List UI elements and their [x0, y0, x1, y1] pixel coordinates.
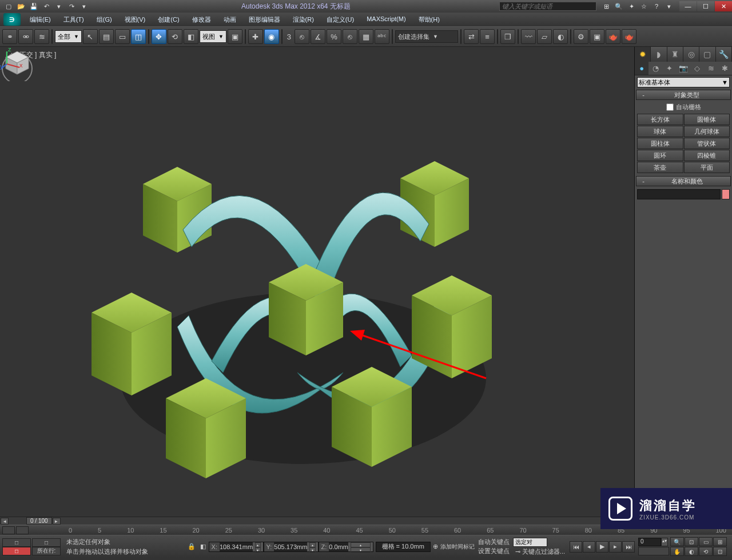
nav-fov-icon[interactable]: ▭ — [699, 537, 713, 546]
macro-rec2[interactable]: □ — [32, 538, 61, 547]
qat-save-icon[interactable]: 💾 — [29, 2, 39, 11]
window-crossing-icon[interactable]: ◫ — [131, 29, 146, 44]
tab-utilities[interactable]: 🔧 — [716, 47, 732, 62]
btn-cylinder[interactable]: 圆柱体 — [637, 138, 683, 149]
render-prod-icon[interactable]: 🫖 — [622, 29, 636, 44]
bind-icon[interactable]: ≋ — [34, 29, 49, 44]
autokey-button[interactable]: 自动关键点 — [478, 538, 510, 546]
comm-icon[interactable]: ✦ — [626, 2, 636, 11]
coord-x[interactable]: X:108.341mm▴▾ — [209, 542, 264, 552]
move-icon[interactable]: ✥ — [152, 29, 166, 44]
tab-hierarchy[interactable]: ♜ — [667, 47, 683, 62]
nav-zoomext-icon[interactable]: ⊞ — [713, 537, 727, 546]
btn-teapot[interactable]: 茶壶 — [637, 162, 683, 173]
rotate-icon[interactable]: ⟲ — [168, 29, 182, 44]
trackbar-curve-icon[interactable] — [2, 526, 15, 534]
tab-motion[interactable]: ◎ — [683, 47, 699, 62]
selection-filter[interactable]: 全部▼ — [55, 30, 82, 43]
menu-views[interactable]: 视图(V) — [119, 14, 152, 26]
qat-open-icon[interactable]: 📂 — [16, 2, 26, 11]
nav-zoomall-icon[interactable]: ⊡ — [685, 537, 698, 546]
favorite-icon[interactable]: ☆ — [639, 2, 649, 11]
menu-maxscript[interactable]: MAXScript(M) — [361, 14, 411, 26]
edged2-icon[interactable]: ᵃᵇᶜ — [375, 29, 389, 44]
select-icon[interactable]: ↖ — [83, 29, 98, 44]
angle-snap-icon[interactable]: ∡ — [311, 29, 325, 44]
btn-plane[interactable]: 平面 — [684, 162, 730, 173]
material-icon[interactable]: ◐ — [553, 29, 568, 44]
trackbar-filter-icon[interactable] — [16, 526, 29, 534]
rollout-name-color[interactable]: -名称和颜色 — [636, 176, 731, 186]
sub-geometry-icon[interactable]: ● — [635, 62, 649, 75]
curve-editor-icon[interactable]: 〰 — [521, 29, 536, 44]
menu-customize[interactable]: 自定义(U) — [321, 14, 360, 26]
maximize-button[interactable]: ☐ — [697, 1, 714, 11]
lock-icon[interactable]: 🔒 — [186, 542, 197, 552]
play-prev-icon[interactable]: ◂ — [583, 541, 595, 553]
render-setup-icon[interactable]: ⚙ — [574, 29, 588, 44]
qat-undo-icon[interactable]: ↶ — [41, 2, 51, 11]
key-filter[interactable]: 关键点过滤器... — [522, 547, 565, 556]
menu-help[interactable]: 帮助(H) — [413, 14, 445, 26]
spinner-snap-icon[interactable]: ⎋ — [343, 29, 357, 44]
key-selected[interactable]: 选定对 — [513, 538, 547, 547]
tab-modify[interactable]: ◗ — [651, 47, 667, 62]
sub-shapes-icon[interactable]: ◔ — [649, 62, 662, 75]
btn-geosphere[interactable]: 几何球体 — [684, 126, 730, 137]
minimize-button[interactable]: — — [679, 1, 697, 11]
menu-edit[interactable]: 编辑(E) — [24, 14, 57, 26]
btn-sphere[interactable]: 球体 — [637, 126, 683, 137]
btn-tube[interactable]: 管状体 — [684, 138, 730, 149]
app-menu-icon[interactable]: ∋ — [3, 13, 21, 26]
viewport[interactable]: [ + ] 正交 ] 真实 ] — [0, 47, 635, 517]
setkey-button[interactable]: 设置关键点 — [478, 547, 510, 555]
nav-max-icon[interactable]: ⊡ — [713, 547, 727, 556]
coord-z[interactable]: Z:0.0mm▴▾ — [319, 542, 373, 552]
qat-redo-icon[interactable]: ↷ — [66, 2, 77, 11]
menu-modifiers[interactable]: 修改器 — [186, 14, 217, 26]
play-start-icon[interactable]: ⏮ — [570, 541, 582, 553]
percent-snap-icon[interactable]: % — [327, 29, 341, 44]
curframe[interactable]: 0 — [638, 538, 661, 546]
search-icon[interactable]: 🔍 — [614, 2, 624, 11]
tab-create[interactable]: ✹ — [635, 47, 651, 62]
qat-dd2-icon[interactable]: ▾ — [79, 2, 89, 11]
nav-pan-icon[interactable]: ✋ — [670, 547, 684, 556]
link-icon[interactable]: ⚭ — [2, 29, 17, 44]
sub-lights-icon[interactable]: ✦ — [663, 62, 677, 75]
color-swatch[interactable] — [722, 189, 730, 199]
qat-dd1-icon[interactable]: ▾ — [54, 2, 64, 11]
snap-icon[interactable]: ⎋ — [295, 29, 309, 44]
manip-icon[interactable]: ✚ — [248, 29, 263, 44]
render-icon[interactable]: 🫖 — [606, 29, 620, 44]
unlink-icon[interactable]: ⚮ — [18, 29, 33, 44]
play-icon[interactable]: ▶ — [596, 541, 608, 553]
listener-button[interactable]: □ — [2, 547, 31, 555]
menu-grapheditors[interactable]: 图形编辑器 — [243, 14, 286, 26]
edged-icon[interactable]: ▦ — [359, 29, 373, 44]
help-dd-icon[interactable]: ▾ — [664, 2, 674, 11]
object-name-input[interactable] — [637, 189, 721, 199]
menu-animation[interactable]: 动画 — [218, 14, 242, 26]
addtime-icon[interactable]: ⊕ — [433, 543, 438, 550]
autogrid-checkbox[interactable] — [666, 103, 674, 111]
pivot-icon[interactable]: ▣ — [228, 29, 242, 44]
sub-systems-icon[interactable]: ✱ — [718, 62, 732, 75]
isolate-icon[interactable]: ◧ — [197, 542, 209, 552]
btn-torus[interactable]: 圆环 — [637, 150, 683, 161]
layers-icon[interactable]: ❐ — [500, 29, 515, 44]
menu-create[interactable]: 创建(C) — [152, 14, 185, 26]
select-rect-icon[interactable]: ▭ — [115, 29, 130, 44]
infocenter-icon[interactable]: ⊞ — [601, 2, 611, 11]
nav-zoom-icon[interactable]: 🔍 — [670, 537, 684, 546]
sub-cameras-icon[interactable]: 📷 — [677, 62, 690, 75]
btn-pyramid[interactable]: 四棱锥 — [684, 150, 730, 161]
nav-orbit-icon[interactable]: ⟲ — [699, 547, 713, 556]
align-icon[interactable]: ≡ — [480, 29, 495, 44]
menu-group[interactable]: 组(G) — [91, 14, 118, 26]
play-end-icon[interactable]: ⏭ — [622, 541, 635, 553]
help-search[interactable] — [499, 2, 596, 11]
macro-rec[interactable]: □ — [2, 538, 31, 547]
addtime-label[interactable]: 添加时间标记 — [440, 543, 475, 551]
named-set[interactable]: 创建选择集▼ — [395, 30, 458, 43]
